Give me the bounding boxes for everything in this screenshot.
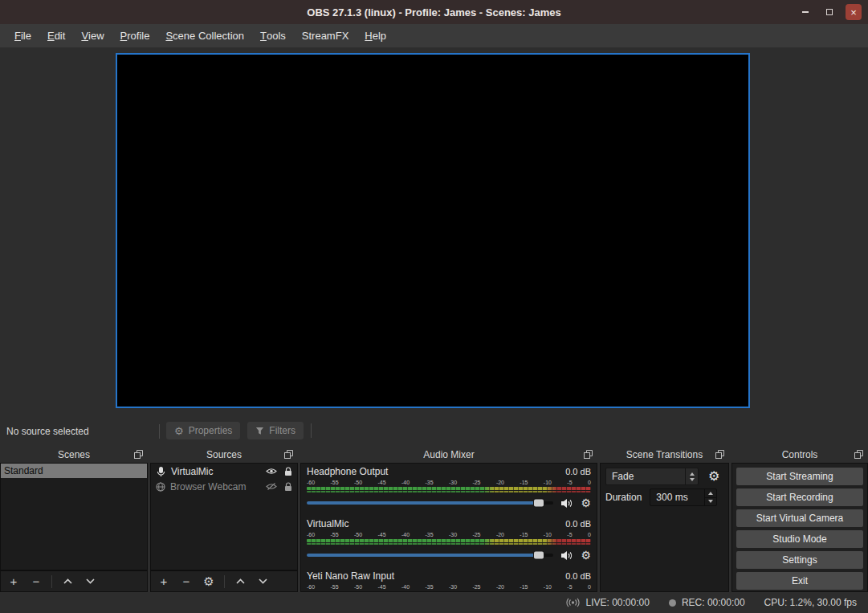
volume-slider-handle[interactable] — [534, 500, 544, 507]
volume-slider[interactable] — [307, 501, 553, 505]
lock-icon[interactable] — [284, 467, 292, 476]
scale-tick-label: -55 — [330, 480, 338, 486]
chevron-down-icon — [708, 500, 713, 503]
mixer-channel-db: 0.0 dB — [565, 467, 591, 476]
microphone-icon — [156, 466, 166, 477]
sources-toolbar: + − ⚙ — [150, 570, 298, 592]
remove-source-button[interactable]: − — [179, 574, 194, 589]
scale-tick-label: -40 — [401, 480, 410, 486]
toolbar-separator — [159, 424, 160, 439]
obs-window: OBS 27.1.3 (linux) - Profile: James - Sc… — [0, 0, 868, 613]
combo-spinner[interactable] — [685, 468, 698, 484]
scale-tick-label: -45 — [377, 480, 385, 486]
move-source-up-button[interactable] — [233, 574, 247, 589]
maximize-button[interactable] — [821, 4, 837, 20]
visibility-eye-icon[interactable] — [266, 468, 277, 475]
volume-slider-fill — [307, 501, 539, 505]
add-scene-button[interactable]: + — [6, 574, 21, 589]
volume-meter — [307, 487, 591, 490]
scenes-panel: Scenes Standard + − — [0, 446, 148, 592]
volume-slider[interactable] — [307, 554, 553, 557]
scale-tick-label: -45 — [377, 532, 385, 538]
channel-settings-gear-icon[interactable]: ⚙ — [581, 497, 591, 509]
scale-tick-label: -20 — [496, 480, 504, 486]
lock-icon[interactable] — [284, 482, 292, 492]
menu-item[interactable]: Tools — [252, 24, 294, 47]
transition-select[interactable]: Fade — [605, 468, 699, 485]
live-status: LIVE: 00:00:00 — [566, 597, 649, 608]
popout-icon[interactable] — [583, 449, 593, 460]
menu-item[interactable]: Scene Collection — [157, 24, 252, 47]
popout-icon[interactable] — [715, 449, 725, 460]
visibility-eye-slash-icon[interactable] — [266, 482, 277, 491]
scenes-list: Standard — [0, 463, 148, 570]
move-source-down-button[interactable] — [255, 574, 270, 589]
scale-tick-label: -55 — [330, 584, 338, 591]
properties-button[interactable]: ⚙ Properties — [166, 422, 240, 439]
record-dot-icon — [669, 599, 676, 607]
scale-tick-label: -50 — [354, 480, 362, 486]
move-scene-down-button[interactable] — [83, 574, 97, 589]
source-properties-gear-icon[interactable]: ⚙ — [202, 574, 216, 589]
mixer-channel-name: Headphone Output — [307, 466, 388, 477]
volume-meter — [307, 539, 591, 542]
popout-icon[interactable] — [283, 449, 294, 460]
title-bar: OBS 27.1.3 (linux) - Profile: James - Sc… — [0, 0, 868, 24]
scale-tick-label: -60 — [307, 532, 315, 538]
speaker-icon[interactable] — [560, 550, 574, 561]
spinbox-arrows[interactable] — [704, 489, 716, 505]
close-button[interactable]: × — [846, 4, 862, 20]
filter-funnel-icon — [255, 427, 264, 435]
scale-tick-label: -45 — [377, 584, 385, 591]
no-source-label: No source selected — [6, 426, 89, 437]
preview-canvas[interactable] — [116, 53, 750, 408]
duration-spinbox[interactable]: 300 ms — [650, 488, 717, 506]
chevron-up-icon — [690, 472, 695, 476]
start-streaming-button[interactable]: Start Streaming — [736, 468, 863, 485]
broadcast-live-icon — [566, 598, 580, 607]
channel-settings-gear-icon[interactable]: ⚙ — [581, 550, 591, 561]
add-source-button[interactable]: + — [157, 574, 171, 589]
scenes-toolbar: + − — [0, 570, 148, 592]
menu-item[interactable]: StreamFX — [294, 24, 357, 47]
transition-settings-gear-icon[interactable]: ⚙ — [708, 470, 719, 483]
scale-tick-label: -55 — [330, 532, 338, 538]
move-scene-up-button[interactable] — [60, 574, 75, 589]
minimize-button[interactable] — [797, 4, 813, 20]
scale-tick-label: -10 — [544, 480, 552, 486]
filters-button[interactable]: Filters — [247, 422, 304, 439]
maximize-icon — [826, 9, 833, 15]
menu-item[interactable]: Edit — [39, 24, 73, 47]
popout-icon[interactable] — [133, 449, 144, 460]
exit-button[interactable]: Exit — [736, 572, 863, 590]
source-list-item[interactable]: VirtualMic — [151, 464, 297, 479]
source-list-item[interactable]: Browser Webcam — [151, 479, 297, 494]
menu-item[interactable]: View — [73, 24, 112, 47]
cpu-fps-label: CPU: 1.2%, 30.00 fps — [764, 597, 857, 608]
scale-tick-label: -15 — [520, 584, 528, 591]
volume-slider-handle[interactable] — [534, 552, 544, 559]
controls-panel-title: Controls — [782, 449, 818, 460]
scale-tick-label: -15 — [520, 480, 528, 486]
scale-tick-label: -40 — [401, 532, 410, 538]
studio-mode-button[interactable]: Studio Mode — [736, 530, 863, 548]
menu-item[interactable]: Profile — [112, 24, 158, 47]
scale-tick-label: -10 — [544, 532, 552, 538]
scene-transitions-body: Fade ⚙ Duration 300 ms — [600, 463, 729, 592]
start-virtual-camera-button[interactable]: Start Virtual Camera — [736, 509, 863, 527]
scenes-panel-header: Scenes — [0, 446, 148, 463]
menu-item[interactable]: Help — [357, 24, 394, 47]
start-recording-button[interactable]: Start Recording — [736, 488, 863, 506]
mixer-channel: Yeti Nano Raw Input 0.0 dB -60-55-50-45-… — [307, 570, 591, 592]
scale-tick-label: -20 — [496, 532, 504, 538]
scene-list-item[interactable]: Standard — [1, 464, 147, 478]
audio-mixer-title: Audio Mixer — [423, 449, 474, 460]
menu-item[interactable]: File — [6, 24, 39, 47]
settings-button[interactable]: Settings — [736, 551, 863, 569]
browser-globe-icon — [156, 482, 165, 492]
speaker-icon[interactable] — [560, 498, 574, 509]
scale-tick-label: -10 — [544, 584, 552, 591]
popout-icon[interactable] — [854, 449, 864, 460]
remove-scene-button[interactable]: − — [29, 574, 43, 589]
filters-button-label: Filters — [269, 425, 295, 436]
